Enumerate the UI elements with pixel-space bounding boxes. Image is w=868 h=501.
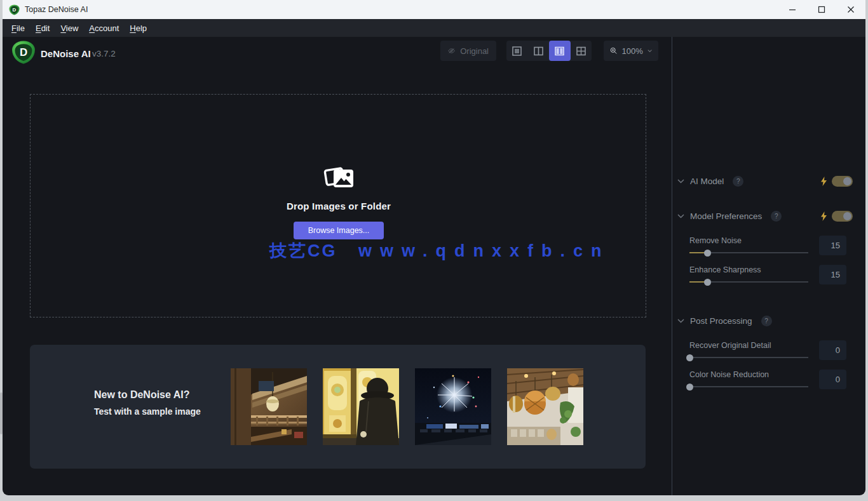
model-preferences-auto-toggle[interactable] <box>832 211 853 222</box>
chevron-down-icon <box>677 319 684 323</box>
lodge-interior-image <box>231 368 307 445</box>
grid-view-icon <box>576 46 586 56</box>
window-title: Topaz DeNoise AI <box>25 5 88 14</box>
menubar: File Edit View Account Help <box>3 19 865 37</box>
menu-account[interactable]: Account <box>89 23 119 33</box>
window-edge-scrollbar[interactable] <box>0 392 3 434</box>
menu-view[interactable]: View <box>60 23 78 33</box>
help-icon[interactable]: ? <box>761 316 772 326</box>
sample-thumbnail-cafe[interactable] <box>507 368 583 445</box>
section-label: Post Processing <box>690 316 752 326</box>
dropzone-title: Drop Images or Folder <box>3 201 675 211</box>
chevron-down-icon <box>648 49 652 53</box>
browse-images-button[interactable]: Browse Images... <box>294 222 384 239</box>
toggle-original-button[interactable]: Original <box>440 41 496 61</box>
window-controls <box>778 0 865 19</box>
section-label: Model Preferences <box>690 211 762 221</box>
chevron-down-icon <box>677 214 684 218</box>
sample-thumbnail-stained-glass[interactable] <box>323 368 399 445</box>
enhance-sharpness-value[interactable]: 15 <box>819 265 846 284</box>
section-label: AI Model <box>690 177 724 186</box>
sidebar-divider <box>672 37 672 495</box>
stained-glass-image <box>323 368 399 445</box>
cafe-baskets-image <box>507 368 583 445</box>
sample-thumbnail-lodge[interactable] <box>231 368 307 445</box>
svg-text:D: D <box>13 7 17 13</box>
slider-track <box>689 357 808 358</box>
side-by-side-view-icon <box>555 46 564 56</box>
split-view-icon <box>534 46 543 56</box>
section-post-processing[interactable]: Post Processing ? <box>677 314 853 327</box>
view-grid-button[interactable] <box>571 41 592 61</box>
slider-thumb[interactable] <box>704 279 711 286</box>
remove-noise-slider[interactable] <box>689 249 808 256</box>
view-split-button[interactable] <box>528 41 550 61</box>
app-version: v3.7.2 <box>92 49 116 58</box>
single-view-icon <box>512 46 522 56</box>
view-mode-group <box>506 41 592 61</box>
menu-edit[interactable]: Edit <box>36 23 50 33</box>
menu-file[interactable]: File <box>11 23 25 33</box>
enhance-sharpness-label: Enhance Sharpness <box>689 265 761 274</box>
ai-model-auto-toggle[interactable] <box>832 176 853 187</box>
help-icon[interactable]: ? <box>771 211 782 222</box>
view-side-by-side-button[interactable] <box>549 41 571 61</box>
zoom-level: 100% <box>622 46 643 56</box>
app-logo: D <box>11 40 36 65</box>
section-ai-model[interactable]: AI Model ? <box>677 175 853 187</box>
help-icon[interactable]: ? <box>733 176 743 187</box>
sample-thumbnail-fireworks[interactable] <box>415 368 491 445</box>
color-noise-reduction-label: Color Noise Reduction <box>689 370 769 379</box>
recover-original-detail-value[interactable]: 0 <box>819 340 846 360</box>
toggle-knob <box>843 177 851 185</box>
close-button[interactable] <box>836 0 865 19</box>
samples-heading-block: New to DeNoise AI? Test with a sample im… <box>94 389 201 417</box>
watermark-brand: 技艺CG <box>269 241 337 260</box>
watermark-url: www.qdnxxfb.cn <box>358 241 610 260</box>
samples-subheading: Test with a sample image <box>94 406 201 417</box>
lightning-icon <box>820 177 827 186</box>
app-window: D Topaz DeNoise AI File Edit View Accoun… <box>3 0 865 495</box>
toggle-knob <box>843 212 851 220</box>
svg-text:D: D <box>20 46 27 58</box>
watermark: 技艺CG www.qdnxxfb.cn <box>269 239 610 262</box>
zoom-in-icon <box>610 46 618 56</box>
app-name: DeNoise AI <box>41 48 91 59</box>
remove-noise-label: Remove Noise <box>689 236 742 245</box>
minimize-button[interactable] <box>778 0 807 19</box>
eye-slash-icon <box>448 46 455 55</box>
chevron-down-icon <box>677 179 684 184</box>
lightning-icon <box>820 211 827 221</box>
enhance-sharpness-slider[interactable] <box>689 278 808 285</box>
slider-thumb[interactable] <box>686 384 693 391</box>
remove-noise-value[interactable]: 15 <box>819 236 846 255</box>
section-model-preferences[interactable]: Model Preferences ? <box>677 210 853 222</box>
zoom-control[interactable]: 100% <box>604 41 658 61</box>
color-noise-reduction-slider[interactable] <box>689 383 808 390</box>
recover-original-detail-slider[interactable] <box>689 354 808 361</box>
app-logo-icon: D <box>9 4 20 15</box>
view-single-button[interactable] <box>506 41 528 61</box>
fireworks-image <box>415 368 491 445</box>
color-noise-reduction-value[interactable]: 0 <box>819 370 846 389</box>
images-icon <box>323 164 356 194</box>
slider-track <box>689 386 808 387</box>
menu-help[interactable]: Help <box>130 23 147 33</box>
titlebar: D Topaz DeNoise AI <box>3 0 865 19</box>
slider-thumb[interactable] <box>686 354 693 361</box>
maximize-button[interactable] <box>807 0 836 19</box>
samples-heading: New to DeNoise AI? <box>94 389 201 401</box>
slider-thumb[interactable] <box>704 250 711 257</box>
recover-original-detail-label: Recover Original Detail <box>689 341 771 350</box>
original-label: Original <box>460 46 489 56</box>
